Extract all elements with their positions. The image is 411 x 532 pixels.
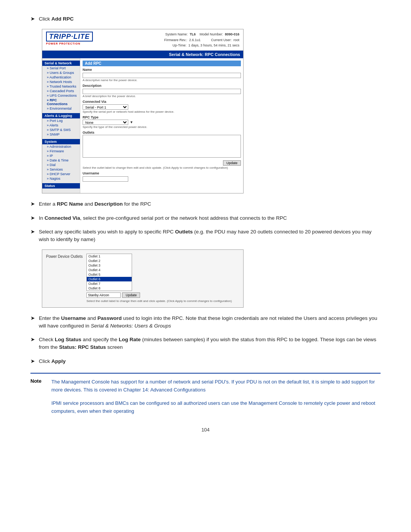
sidebar-item-administration[interactable]: Administration <box>42 144 80 149</box>
outlet-item-7[interactable]: Outlet 7 <box>87 281 132 286</box>
form-row-outlets: Outlets Update Select the outlet label t… <box>83 131 241 169</box>
note-box: Note The Management Console has support … <box>30 373 381 415</box>
bullet-arrow-7: ➤ <box>30 358 35 364</box>
sidebar-item-rpc-connections[interactable]: RPC Connections <box>42 98 80 106</box>
note-paragraph-1: The Management Console has support for a… <box>51 378 381 394</box>
note-paragraph-2: IPMI service processors and BMCs can be … <box>51 399 381 415</box>
form-row-description: Description A brief description for the … <box>83 84 241 98</box>
tripp-header: TRIPP·LITE POWER PROTECTION System Name:… <box>42 29 243 51</box>
sidebar-section-status: Status <box>42 183 80 189</box>
sidebar-item-users-groups[interactable]: Users & Groups <box>42 70 80 75</box>
sidebar-item-snmp[interactable]: SNMP <box>42 132 80 137</box>
outlet-item-4[interactable]: Outlet 4 <box>87 268 132 272</box>
connected-via-select[interactable]: Serial - Port 1 <box>83 104 128 110</box>
sidebar-item-dhcp-server[interactable]: DHCP Server <box>42 172 80 176</box>
outlets-textarea[interactable] <box>83 135 241 158</box>
firmware-row: Firmware Rev.: 2.6.1u1 Current User: roo… <box>164 37 239 43</box>
tripp-sys-info: System Name: TL6 Model Number: 8090-016 … <box>164 32 239 48</box>
sidebar-item-trusted-networks[interactable]: Trusted Networks <box>42 84 80 89</box>
outlet-item-6[interactable]: Outlet 6 <box>87 277 132 281</box>
bullet-arrow-4: ➤ <box>30 228 35 235</box>
rpc-type-arrow: ▼ <box>130 120 133 124</box>
tripp-logo-sub: POWER PROTECTION <box>46 42 80 45</box>
outlets-help-text: Select the outlet label to change then e… <box>86 299 239 303</box>
current-user-label: Current User: <box>211 38 231 42</box>
note-label: Note <box>30 378 48 415</box>
system-name-value: TL6 <box>190 32 196 36</box>
sidebar-item-firmware[interactable]: Firmware <box>42 149 80 153</box>
add-rpc-bold: Add RPC <box>51 16 74 22</box>
outlets-device-label: Power Device Outlets <box>46 254 83 303</box>
rpc-type-label: RPC Type <box>83 115 241 119</box>
bullet-text-1: Click Add RPC <box>39 15 74 23</box>
bullet-text-5: Enter the Username and Password used to … <box>39 315 381 330</box>
firmware-value: 2.6.1u1 <box>189 38 201 42</box>
outlet-item-3[interactable]: Outlet 3 <box>87 263 132 268</box>
description-bold: Description <box>94 201 123 207</box>
outlet-item-8[interactable]: Outlet 8 <box>87 286 132 291</box>
sidebar-header-alerts: Alerts & Logging <box>42 113 80 118</box>
sidebar-item-services[interactable]: Services <box>42 167 80 172</box>
sidebar-item-authentication[interactable]: Authentication <box>42 75 80 80</box>
sidebar-item-network-hosts[interactable]: Network Hosts <box>42 80 80 84</box>
serial-networks-italic: Serial & Networks: Users & Groups <box>91 323 171 329</box>
rpc-type-select[interactable]: None <box>83 120 128 125</box>
sidebar-item-serial-port[interactable]: Serial Port <box>42 66 80 70</box>
bullet-arrow-3: ➤ <box>30 215 35 221</box>
outlets-label: Outlets <box>83 131 241 134</box>
outlets-update-button[interactable]: Update <box>223 160 241 166</box>
system-name-row: System Name: TL6 Model Number: 8090-016 <box>164 32 239 37</box>
bullet-log-status: ➤ Check Log Status and specify the Log R… <box>30 336 381 351</box>
outlet-name-input[interactable] <box>86 292 121 298</box>
uptime-row: Up-Time: 1 days, 3 hours, 54 mins, 21 se… <box>164 43 239 48</box>
name-help: A descriptive name for the power device. <box>83 78 241 82</box>
name-input[interactable] <box>83 73 241 78</box>
outlet-item-2[interactable]: Outlet 2 <box>87 259 132 263</box>
sidebar-item-environmental[interactable]: Environmental <box>42 106 80 111</box>
page-number: 104 <box>30 427 381 433</box>
sidebar-header-status: Status <box>42 183 80 189</box>
tripp-body: Serial & Network Serial Port Users & Gro… <box>42 58 243 193</box>
outlet-item-5[interactable]: Outlet 5 <box>87 272 132 277</box>
form-row-username: Username <box>83 171 241 182</box>
sidebar-item-smtp-sms[interactable]: SMTP & SMS <box>42 128 80 132</box>
bullet-arrow-6: ➤ <box>30 336 35 342</box>
sidebar-item-cascaded-ports[interactable]: Cascaded Ports <box>42 89 80 93</box>
bullet-click-add-rpc: ➤ Click Add RPC <box>30 15 381 23</box>
outlet-item-1[interactable]: Outlet 1 <box>87 254 132 259</box>
description-label: Description <box>83 84 241 88</box>
form-row-name: Name A descriptive name for the power de… <box>83 68 241 82</box>
sidebar-item-alerts[interactable]: Alerts <box>42 123 80 128</box>
bullet-text-2: Enter a RPC Name and Description for the… <box>39 200 151 208</box>
bullet-click-apply: ➤ Click Apply <box>30 358 381 365</box>
model-number-value: 8090-016 <box>225 32 239 36</box>
sidebar-item-date-time[interactable]: Date & Time <box>42 158 80 163</box>
bullet-username-password: ➤ Enter the Username and Password used t… <box>30 315 381 330</box>
rpc-ui-screenshot: TRIPP·LITE POWER PROTECTION System Name:… <box>42 29 244 193</box>
add-rpc-section-title: Add RPC <box>83 61 241 66</box>
outlets-list: Outlet 1 Outlet 2 Outlet 3 Outlet 4 Outl… <box>86 254 132 291</box>
sidebar-section-system: System Administration Firmware IP Date &… <box>42 139 80 181</box>
status-rpc-bold: Status: RPC Status <box>59 344 106 350</box>
page-title-text: Serial & Network: RPC Connections <box>169 52 240 57</box>
outlets-update-button[interactable]: Update <box>122 292 140 298</box>
tripp-logo-text: TRIPP·LITE <box>46 32 93 42</box>
bullet-outlets: ➤ Select any specific labels you wish to… <box>30 228 381 244</box>
rpc-name-bold: RPC Name <box>57 201 83 207</box>
description-input[interactable] <box>83 89 241 94</box>
uptime-value: 1 days, 3 hours, 54 mins, 21 secs <box>188 43 239 47</box>
tripp-logo: TRIPP·LITE POWER PROTECTION <box>46 32 93 45</box>
bullet-arrow-2: ➤ <box>30 201 35 207</box>
apply-bold: Apply <box>51 358 66 364</box>
sidebar-item-ip[interactable]: IP <box>42 153 80 158</box>
sidebar-item-dial[interactable]: Dial <box>42 163 80 167</box>
bullet-arrow-1: ➤ <box>30 16 35 22</box>
sidebar-item-port-log[interactable]: Port Log <box>42 118 80 123</box>
uptime-label: Up-Time: <box>172 43 186 47</box>
sidebar-item-ups-connections[interactable]: UPS Connections <box>42 93 80 98</box>
log-rate-bold: Log Rate <box>119 337 141 342</box>
username-input[interactable] <box>83 176 128 182</box>
sidebar-header-system: System <box>42 139 80 144</box>
name-label: Name <box>83 68 241 72</box>
sidebar-item-nagios[interactable]: Nagios <box>42 176 80 181</box>
